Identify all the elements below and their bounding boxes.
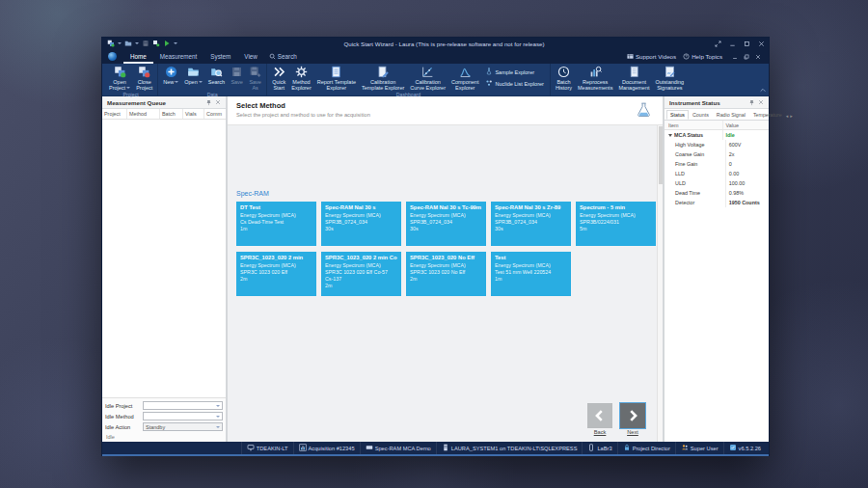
- status-row[interactable]: ULD 100.00: [665, 178, 769, 188]
- column-header-comments[interactable]: Comm: [204, 109, 226, 119]
- statusbar-database[interactable]: LAURA_SYSTEM1 on TDEAKIN-LT\SQLEXPRESS: [436, 442, 583, 454]
- method-tile[interactable]: SPR3C_1023_020 No Eff Energy Spectrum (M…: [406, 252, 486, 296]
- idle-method-combobox[interactable]: [143, 412, 223, 420]
- column-header-batch[interactable]: Batch: [160, 109, 183, 119]
- document-icon: [628, 66, 640, 78]
- quick-start-button[interactable]: Quick Start: [269, 65, 288, 92]
- qat-acquire-icon[interactable]: [152, 40, 160, 47]
- qat-open-folder-icon[interactable]: [124, 40, 132, 47]
- tab-scroll-right-icon[interactable]: ▸: [790, 113, 793, 119]
- save-as-button[interactable]: Save As: [246, 65, 264, 92]
- status-row[interactable]: High Voltage 600V: [665, 140, 769, 149]
- method-tile[interactable]: DT Test Energy Spectrum (MCA) Cs Dead-Ti…: [236, 202, 316, 246]
- qat-open-project-icon[interactable]: [107, 40, 115, 47]
- qat-save-icon[interactable]: [142, 40, 149, 47]
- next-button[interactable]: Next: [620, 403, 645, 435]
- status-row[interactable]: MCA Status Idle: [665, 130, 769, 140]
- sample-explorer-button[interactable]: Sample Explorer: [485, 68, 543, 76]
- method-tile[interactable]: Spec-RAM NaI 30 s Energy Spectrum (MCA) …: [321, 202, 401, 246]
- tab-scroll-left-icon[interactable]: ◂: [786, 113, 789, 119]
- method-tile[interactable]: Test Energy Spectrum (MCA) Test 51 mm We…: [491, 252, 571, 296]
- reprocess-measurements-button[interactable]: Reprocess Measurements: [575, 65, 615, 92]
- support-videos-link[interactable]: Support Videos: [627, 53, 676, 61]
- qat-caret-icon[interactable]: [135, 42, 139, 44]
- qat-run-icon[interactable]: [163, 40, 171, 47]
- open-project-icon: [114, 66, 126, 78]
- maximize-button[interactable]: [740, 38, 754, 49]
- status-row[interactable]: Coarse Gain 2x: [665, 149, 769, 159]
- minimize-button[interactable]: [725, 38, 740, 49]
- method-gallery: Spec-RAM DT Test Energy Spectrum (MCA) C…: [228, 125, 663, 442]
- vertical-scrollbar[interactable]: [657, 125, 663, 442]
- open-folder-icon: [187, 66, 200, 78]
- method-tile[interactable]: SPR3C_1023_020 2 min Co-5... Energy Spec…: [321, 252, 401, 296]
- tab-measurement[interactable]: Measurement: [153, 49, 204, 64]
- ribbon-collapse-icon[interactable]: [760, 88, 766, 94]
- queue-list-body[interactable]: [102, 120, 226, 397]
- measurement-queue-panel: Measurement Queue Project Method Batch V…: [102, 96, 228, 442]
- document-management-button[interactable]: Document Management: [615, 65, 652, 92]
- batch-history-button[interactable]: Batch History: [553, 65, 575, 92]
- status-row[interactable]: Fine Gain 0: [665, 159, 769, 169]
- window-controls: [711, 38, 769, 49]
- open-project-button[interactable]: Open Project: [106, 65, 133, 92]
- statusbar-version[interactable]: v6.5.2.26: [723, 442, 766, 454]
- close-panel-icon[interactable]: [756, 97, 766, 107]
- statusbar-acquisition[interactable]: Acquisition #12345: [293, 442, 360, 454]
- back-button[interactable]: Back: [587, 403, 612, 435]
- idle-action-combobox[interactable]: Standby: [143, 422, 223, 431]
- statusbar-demo-device[interactable]: Spec-RAM MCA Demo: [360, 442, 436, 454]
- help-topics-link[interactable]: Help Topics: [683, 53, 722, 61]
- statusbar-role[interactable]: Project Director: [617, 442, 675, 454]
- statusbar-detector[interactable]: LaBr3: [582, 442, 616, 454]
- doc-minimize-button[interactable]: [729, 50, 741, 63]
- pin-icon[interactable]: [203, 97, 213, 107]
- calibration-template-explorer-button[interactable]: Calibration Template Explorer: [359, 65, 407, 92]
- doc-restore-button[interactable]: [741, 50, 752, 63]
- outstanding-signatures-button[interactable]: Outstanding Signatures: [653, 65, 688, 92]
- tab-radio-signal[interactable]: Radio Signal: [713, 110, 749, 120]
- close-project-button[interactable]: Close Project: [133, 65, 155, 92]
- fullscreen-button[interactable]: [711, 38, 725, 49]
- method-tile[interactable]: SPR3C_1023_020 2 min Energy Spectrum (MC…: [236, 252, 316, 296]
- idle-project-combobox[interactable]: [143, 401, 223, 410]
- statusbar-computer[interactable]: TDEAKIN-LT: [241, 442, 293, 454]
- status-row[interactable]: LLD 0.00: [665, 169, 769, 178]
- nuclide-list-explorer-button[interactable]: Nuclide List Explorer: [485, 79, 543, 88]
- app-logo-icon[interactable]: [108, 52, 117, 61]
- expander-icon[interactable]: [668, 134, 672, 137]
- method-tile[interactable]: Spec-RAM NaI 30 s Tc-99m Energy Spectrum…: [406, 202, 486, 246]
- tab-temperature[interactable]: Temperature: [749, 110, 786, 120]
- new-button[interactable]: New: [160, 65, 181, 92]
- method-tile[interactable]: Spectrum - 5 min Energy Spectrum (MCA) S…: [576, 202, 656, 246]
- status-row[interactable]: Detector 1950 Counts: [665, 198, 769, 207]
- tab-view[interactable]: View: [237, 49, 264, 64]
- column-header-vials[interactable]: Vials: [183, 109, 204, 119]
- doc-close-button[interactable]: [752, 50, 764, 63]
- component-explorer-button[interactable]: Component Explorer: [448, 65, 481, 92]
- search-data-button[interactable]: Search: [205, 65, 228, 92]
- calibration-curve-explorer-button[interactable]: Calibration Curve Explorer: [407, 65, 448, 92]
- ribbon-search[interactable]: Search: [269, 53, 297, 61]
- column-header-project[interactable]: Project: [102, 109, 127, 119]
- nuclide-atoms-icon: [485, 79, 493, 88]
- open-data-button[interactable]: Open: [181, 65, 204, 92]
- close-button[interactable]: [754, 38, 769, 49]
- tab-home[interactable]: Home: [123, 49, 153, 64]
- method-explorer-button[interactable]: Method Explorer: [288, 65, 313, 92]
- tab-counts[interactable]: Counts: [689, 110, 713, 120]
- method-tile[interactable]: Spec-RAM NaI 30 s Zr-89 Energy Spectrum …: [491, 202, 571, 246]
- qat-caret-icon[interactable]: [118, 42, 122, 44]
- pin-icon[interactable]: [746, 97, 756, 107]
- tab-status[interactable]: Status: [666, 110, 689, 120]
- tab-system[interactable]: System: [203, 49, 237, 64]
- close-panel-icon[interactable]: [213, 97, 223, 107]
- report-template-explorer-button[interactable]: Report Template Explorer: [314, 65, 359, 92]
- video-grid-icon: [627, 53, 634, 61]
- save-button[interactable]: Save: [228, 65, 246, 92]
- grid-header-item[interactable]: Item: [665, 121, 723, 129]
- statusbar-user[interactable]: Super User: [675, 442, 723, 454]
- grid-header-value[interactable]: Value: [723, 121, 769, 129]
- status-row[interactable]: Dead Time 0.98%: [665, 188, 769, 198]
- column-header-method[interactable]: Method: [127, 109, 160, 119]
